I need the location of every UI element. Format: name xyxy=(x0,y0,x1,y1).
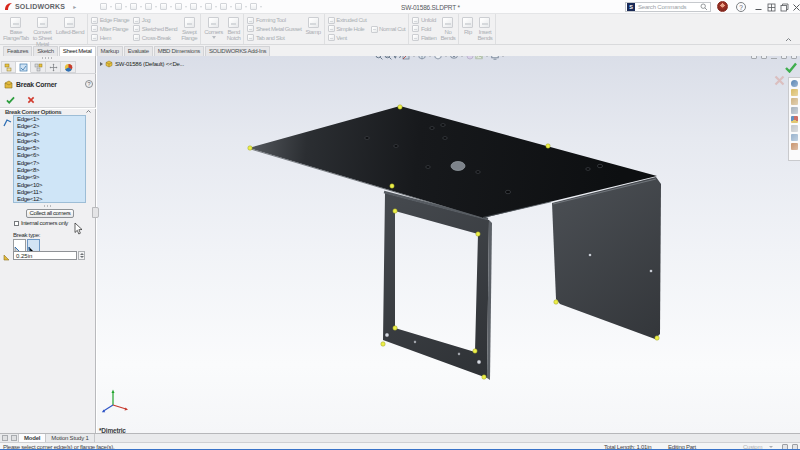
break-distance-spinner[interactable] xyxy=(78,251,85,260)
collect-all-corners-button[interactable]: Collect all corners xyxy=(26,209,74,218)
confirmation-ok-icon[interactable] xyxy=(785,62,797,73)
tab-markup[interactable]: Markup xyxy=(97,46,123,56)
taskpane-view-palette-icon[interactable] xyxy=(791,107,798,114)
tab-features[interactable]: Features xyxy=(3,46,32,56)
edge-list-item[interactable]: Edge<12> xyxy=(14,196,85,203)
edge-list-item[interactable]: Edge<1> xyxy=(14,116,85,123)
select-icon[interactable] xyxy=(175,3,182,10)
ribbon-button-normal-cut[interactable]: Normal Cut xyxy=(371,26,406,33)
undo-icon[interactable] xyxy=(220,3,227,10)
dropdown-caret[interactable] xyxy=(155,6,157,8)
close-button[interactable] xyxy=(792,3,800,12)
ribbon-button-insert-bends[interactable]: Insert Bends xyxy=(475,15,494,43)
dropdown-caret[interactable] xyxy=(170,6,172,8)
search-commands-box[interactable]: S Search Commands xyxy=(625,2,711,12)
taskpane-solidworks-resources-icon[interactable] xyxy=(791,143,798,150)
model-tab-motion-study-1[interactable]: Motion Study 1 xyxy=(46,434,94,442)
ribbon-button-convert-to-sheet-metal[interactable]: Convert to Sheet Metal xyxy=(31,15,54,43)
save-icon[interactable] xyxy=(145,3,152,10)
pm-help-icon[interactable]: ? xyxy=(85,80,93,88)
pm-ok-button[interactable] xyxy=(6,96,15,104)
manager-tab-property-manager[interactable] xyxy=(16,61,31,73)
dropdown-caret[interactable] xyxy=(200,6,202,8)
edge-list-item[interactable]: Edge<7> xyxy=(14,160,85,167)
ribbon-button-sheet-metal-gusset[interactable]: Sheet Metal Gusset xyxy=(247,25,301,32)
manager-tab-feature-manager-tree[interactable] xyxy=(1,61,16,73)
dropdown-caret[interactable] xyxy=(245,6,247,8)
solidworks-logo[interactable]: SOLIDWORKS ▸ xyxy=(4,2,76,11)
restore-button[interactable] xyxy=(780,3,789,12)
tree-expand-arrow[interactable] xyxy=(100,62,103,66)
feature-tree-root[interactable]: SW-01586 (Default) <<De... xyxy=(100,60,184,68)
dropdown-caret[interactable] xyxy=(260,6,262,8)
tab-evaluate[interactable]: Evaluate xyxy=(124,46,153,56)
ribbon-collapse-chevron[interactable] xyxy=(785,37,792,42)
menu-flyout-arrow[interactable]: ▸ xyxy=(73,3,76,10)
ribbon-button-cross-break[interactable]: Cross-Break xyxy=(133,34,177,41)
ribbon-button-sketched-bend[interactable]: Sketched Bend xyxy=(133,25,177,32)
print-icon[interactable] xyxy=(160,3,167,10)
break-distance-input[interactable]: 0.25in xyxy=(13,251,77,260)
edge-list-item[interactable]: Edge<8> xyxy=(14,167,85,174)
internal-corners-checkbox[interactable] xyxy=(14,221,19,226)
ribbon-button-stamp[interactable]: Stamp xyxy=(303,15,322,43)
ribbon-button-lofted-bend[interactable]: Lofted-Bend xyxy=(54,15,86,43)
graphics-area[interactable]: SW-01586 (Default) <<De... *Dimetric xyxy=(97,56,800,433)
edge-list-item[interactable]: Edge<9> xyxy=(14,174,85,181)
ribbon-button-miter-flange[interactable]: Miter Flange xyxy=(91,25,129,32)
ribbon-button-tab-and-slot[interactable]: Tab and Slot xyxy=(247,34,301,41)
new-document-icon[interactable] xyxy=(115,3,122,10)
ribbon-button-forming-tool[interactable]: Forming Tool xyxy=(247,17,301,24)
home-icon[interactable] xyxy=(100,3,107,10)
edge-list-item[interactable]: Edge<4> xyxy=(14,138,85,145)
ribbon-button-jog[interactable]: Jog xyxy=(133,17,177,24)
tab-solidworks-add-ins[interactable]: SOLIDWORKS Add-Ins xyxy=(205,46,270,56)
panel-grip[interactable] xyxy=(42,57,54,59)
section-header[interactable]: Break Corner Options xyxy=(5,109,61,115)
ribbon-button-base-flange-tab[interactable]: Base Flange/Tab xyxy=(1,15,31,43)
section-collapse-chevron[interactable] xyxy=(86,110,91,113)
ribbon-button-hem[interactable]: Hem xyxy=(91,34,129,41)
tab-mbd-dimensions[interactable]: MBD Dimensions xyxy=(154,46,204,56)
taskpane-forum-icon[interactable] xyxy=(791,134,798,141)
panel-flyout-handle[interactable] xyxy=(92,207,99,218)
attach-icon[interactable] xyxy=(190,3,197,10)
edge-list-item[interactable]: Edge<10> xyxy=(14,182,85,189)
redo-icon[interactable] xyxy=(235,3,242,10)
dropdown-caret[interactable] xyxy=(230,6,232,8)
list-resize-grip[interactable] xyxy=(44,205,53,207)
user-avatar[interactable] xyxy=(717,1,728,12)
pm-cancel-button[interactable] xyxy=(27,96,35,104)
ribbon-button-rip[interactable]: Rip xyxy=(460,15,475,43)
open-icon[interactable] xyxy=(130,3,137,10)
dropdown-caret[interactable] xyxy=(212,36,216,39)
ribbon-button-extruded-cut[interactable]: Extruded Cut xyxy=(328,17,367,24)
taskpane-custom-properties-icon[interactable] xyxy=(791,125,798,132)
manager-tab-configuration-manager[interactable] xyxy=(31,61,46,73)
taskpane-3dexperience-icon[interactable] xyxy=(791,80,798,87)
dropdown-caret[interactable] xyxy=(215,6,217,8)
ribbon-button-bend-notch[interactable]: Bend Notch xyxy=(225,15,243,43)
ribbon-button-no-bends[interactable]: No Bends xyxy=(438,15,457,43)
edge-selection-list[interactable]: Edge<1>Edge<2>Edge<3>Edge<4>Edge<5>Edge<… xyxy=(13,115,86,203)
edge-list-item[interactable]: Edge<6> xyxy=(14,152,85,159)
dropdown-caret[interactable] xyxy=(125,6,127,8)
taskpane-file-explorer-icon[interactable] xyxy=(791,98,798,105)
edge-list-item[interactable]: Edge<3> xyxy=(14,131,85,138)
split-view-icon2[interactable] xyxy=(11,435,17,441)
edge-list-item[interactable]: Edge<5> xyxy=(14,145,85,152)
ribbon-button-swept-flange[interactable]: Swept Flange xyxy=(179,15,199,43)
edge-list-item[interactable]: Edge<2> xyxy=(14,123,85,130)
manager-tab-dimxpert-manager[interactable] xyxy=(46,61,61,73)
dropdown-caret[interactable] xyxy=(185,6,187,8)
ribbon-button-vent[interactable]: Vent xyxy=(328,34,367,41)
taskpane-design-library-icon[interactable] xyxy=(791,89,798,96)
search-icon[interactable] xyxy=(700,3,708,11)
ribbon-button-corners[interactable]: Corners xyxy=(202,15,225,43)
help-icon[interactable]: ? xyxy=(736,2,746,12)
options-gear-icon[interactable] xyxy=(205,3,212,10)
ribbon-button-fold[interactable]: Fold xyxy=(412,25,436,32)
manager-tab-display-manager[interactable] xyxy=(61,61,76,73)
minimize-button[interactable] xyxy=(754,3,763,12)
dropdown-caret[interactable] xyxy=(110,6,112,8)
